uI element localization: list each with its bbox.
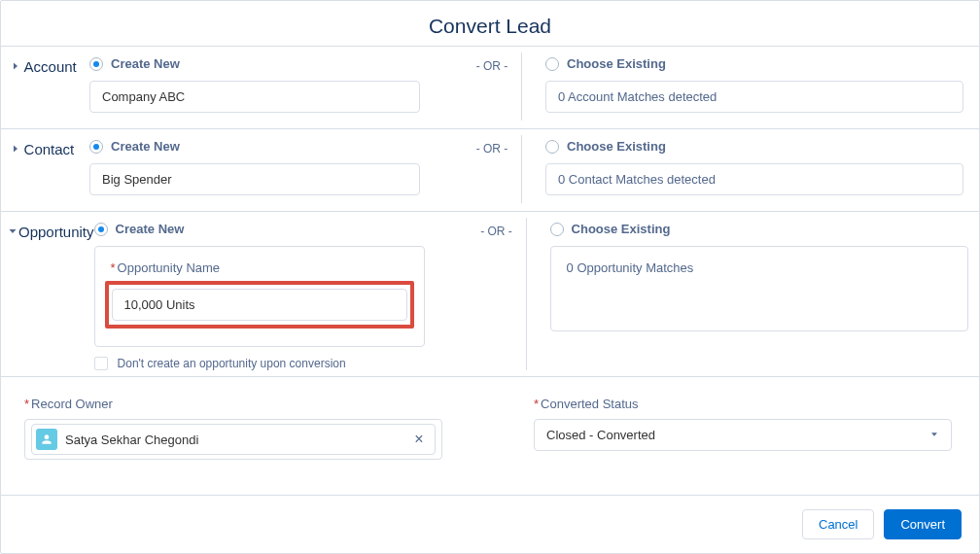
opportunity-collapse-toggle[interactable] xyxy=(7,222,18,370)
contact-label: Contact xyxy=(24,139,89,195)
contact-matches-box[interactable]: 0 Contact Matches detected xyxy=(545,163,963,195)
radio-icon xyxy=(550,223,564,236)
account-label: Account xyxy=(24,56,89,113)
radio-icon xyxy=(545,57,559,71)
account-create-new-label: Create New xyxy=(111,56,180,71)
skip-opportunity-label: Don't create an opportunity upon convers… xyxy=(118,357,346,370)
opportunity-label: Opportunity xyxy=(18,222,94,370)
radio-icon xyxy=(94,223,108,236)
account-collapse-toggle[interactable] xyxy=(7,56,24,113)
modal-title: Convert Lead xyxy=(1,1,979,46)
bottom-fields: Record Owner Satya Sekhar Chegondi × Con… xyxy=(1,376,979,477)
user-avatar-icon xyxy=(36,429,57,450)
account-choose-existing-radio[interactable]: Choose Existing xyxy=(545,56,963,71)
record-owner-pill: Satya Sekhar Chegondi × xyxy=(31,424,436,455)
account-choose-existing-label: Choose Existing xyxy=(567,56,666,71)
converted-status-value: Closed - Converted xyxy=(546,428,655,442)
close-icon: × xyxy=(414,431,423,448)
or-divider-text: - OR - xyxy=(463,139,521,195)
account-create-new-radio[interactable]: Create New xyxy=(89,56,463,71)
record-owner-lookup[interactable]: Satya Sekhar Chegondi × xyxy=(24,419,442,460)
opportunity-name-highlight: 10,000 Units xyxy=(105,281,414,329)
converted-status-select[interactable]: Closed - Converted xyxy=(534,419,952,451)
record-owner-label: Record Owner xyxy=(24,397,446,411)
chevron-down-icon xyxy=(7,225,18,237)
contact-choose-existing-radio[interactable]: Choose Existing xyxy=(545,139,963,154)
convert-button[interactable]: Convert xyxy=(884,509,962,539)
chevron-right-icon xyxy=(10,143,21,155)
chevron-down-icon xyxy=(929,428,939,442)
radio-icon xyxy=(89,57,103,71)
record-owner-remove[interactable]: × xyxy=(411,432,427,447)
chevron-right-icon xyxy=(10,60,21,72)
opportunity-choose-existing-radio[interactable]: Choose Existing xyxy=(550,222,968,236)
opportunity-name-input[interactable]: 10,000 Units xyxy=(112,289,407,321)
contact-section: Contact Create New Big Spender - OR - Ch… xyxy=(1,128,979,211)
or-divider-text: - OR - xyxy=(463,56,521,113)
converted-status-label: Converted Status xyxy=(534,397,956,411)
skip-opportunity-checkbox[interactable]: Don't create an opportunity upon convers… xyxy=(94,357,468,370)
radio-icon xyxy=(89,140,103,154)
opportunity-section: Opportunity Create New Opportunity Name … xyxy=(1,211,979,376)
contact-choose-existing-label: Choose Existing xyxy=(567,139,666,154)
radio-icon xyxy=(545,140,559,154)
convert-lead-modal: Convert Lead Account Create New Company … xyxy=(0,0,980,554)
modal-footer: Cancel Convert xyxy=(1,495,979,553)
contact-create-new-label: Create New xyxy=(111,139,180,154)
or-divider-text: - OR - xyxy=(468,222,526,370)
record-owner-name: Satya Sekhar Chegondi xyxy=(65,433,403,447)
account-matches-box[interactable]: 0 Account Matches detected xyxy=(545,81,963,113)
cancel-button[interactable]: Cancel xyxy=(802,509,874,539)
opportunity-matches-box[interactable]: 0 Opportunity Matches xyxy=(550,246,968,331)
account-section: Account Create New Company ABC - OR - Ch… xyxy=(1,46,979,128)
opportunity-panel: Opportunity Name 10,000 Units xyxy=(94,246,425,347)
opportunity-name-label: Opportunity Name xyxy=(111,260,408,275)
opportunity-create-new-label: Create New xyxy=(116,222,185,236)
contact-collapse-toggle[interactable] xyxy=(7,139,24,195)
opportunity-choose-existing-label: Choose Existing xyxy=(572,222,671,236)
contact-name-input[interactable]: Big Spender xyxy=(89,163,420,195)
checkbox-icon xyxy=(94,357,108,370)
account-name-input[interactable]: Company ABC xyxy=(89,81,420,113)
contact-create-new-radio[interactable]: Create New xyxy=(89,139,463,154)
opportunity-create-new-radio[interactable]: Create New xyxy=(94,222,468,236)
